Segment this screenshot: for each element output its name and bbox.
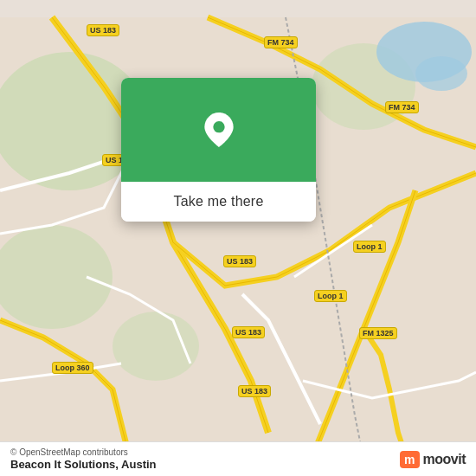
map-container: US 183 US 183 US 183 US 183 US 183 FM 73… xyxy=(0,0,476,476)
svg-point-6 xyxy=(415,56,467,91)
card-map-green xyxy=(121,78,316,182)
road-label-loop1-top: Loop 1 xyxy=(353,241,386,253)
take-me-there-button[interactable]: Take me there xyxy=(121,182,316,222)
road-label-loop360: Loop 360 xyxy=(52,362,93,374)
svg-point-4 xyxy=(113,312,199,381)
road-label-us183-bottom2: US 183 xyxy=(238,385,271,397)
bottom-bar: © OpenStreetMap contributors Beacon It S… xyxy=(0,441,476,476)
road-label-us183-top: US 183 xyxy=(87,24,119,36)
location-name-text: Beacon It Solutions, Austin xyxy=(10,458,157,471)
location-pin-icon xyxy=(202,113,236,147)
road-label-fm734-top: FM 734 xyxy=(264,36,298,48)
moovit-brand-text: moovit xyxy=(423,452,466,467)
location-card: Take me there xyxy=(121,78,316,222)
road-label-fm734-right: FM 734 xyxy=(385,101,419,113)
svg-point-7 xyxy=(213,121,224,132)
moovit-m-badge: m xyxy=(400,451,419,468)
attribution-text: © OpenStreetMap contributors xyxy=(10,447,157,457)
road-label-us183-bottom: US 183 xyxy=(232,326,265,338)
bottom-info: © OpenStreetMap contributors Beacon It S… xyxy=(10,447,157,471)
road-label-fm1325: FM 1325 xyxy=(359,327,397,339)
road-label-us183-mid2: US 183 xyxy=(223,255,256,267)
map-background xyxy=(0,0,476,476)
road-label-loop1-mid: Loop 1 xyxy=(314,290,347,302)
moovit-logo: m moovit xyxy=(400,451,466,468)
